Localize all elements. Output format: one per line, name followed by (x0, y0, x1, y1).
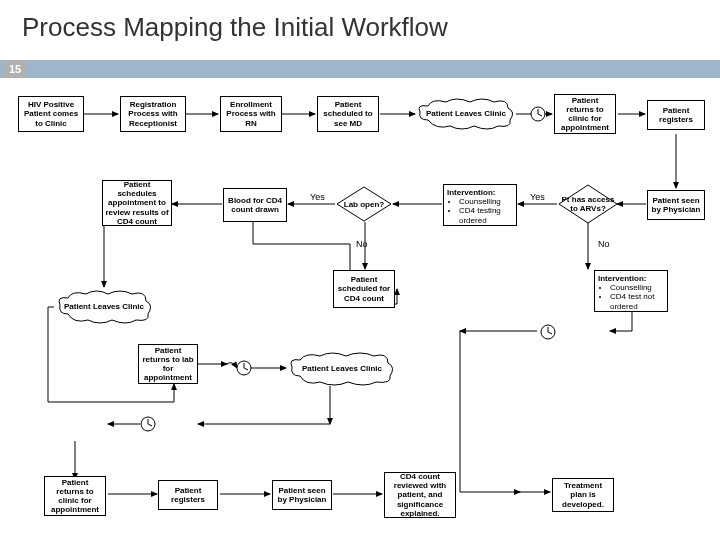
node-return-appointment-1: Patient returns to clinic for appointmen… (554, 94, 616, 134)
text: CD4 test not ordered (610, 292, 664, 310)
slide-title: Process Mapping the Initial Workflow (0, 0, 720, 43)
wait-icon (236, 360, 252, 376)
node-treatment-plan: Treatment plan is developed. (552, 478, 614, 512)
text: Pt has access to ARVs? (558, 195, 618, 213)
node-return-lab: Patient returns to lab for appointment (138, 344, 198, 384)
text: Patient returns to clinic for appointmen… (557, 96, 613, 133)
text: Intervention: (447, 188, 495, 197)
text: Counselling (610, 283, 664, 292)
node-registers-1: Patient registers (647, 100, 705, 130)
node-registration: Registration Process with Receptionist (120, 96, 186, 132)
text: Patient registers (650, 106, 702, 124)
text: Patient seen by Physician (650, 196, 702, 214)
text: Patient returns to lab for appointment (141, 346, 195, 383)
diagram-canvas: HIV Positive Patient comes to Clinic Reg… (0, 84, 720, 540)
text: Blood for CD4 count drawn (226, 196, 284, 214)
label-no-2: No (598, 239, 610, 249)
text: Enrollment Process with RN (223, 100, 279, 128)
text: Patient returns to clinic for appointmen… (47, 478, 103, 515)
wait-icon (140, 416, 156, 432)
node-enrollment: Enrollment Process with RN (220, 96, 282, 132)
text: Lab open? (344, 200, 384, 209)
text: Patient Leaves Clinic (298, 365, 386, 374)
node-leaves-clinic-2: Patient Leaves Clinic (56, 290, 152, 324)
text: CD4 count reviewed with patient, and sig… (387, 472, 453, 518)
text: Patient Leaves Clinic (60, 303, 148, 312)
text: Patient scheduled to see MD (320, 100, 376, 128)
label-no-1: No (356, 239, 368, 249)
node-blood-cd4: Blood for CD4 count drawn (223, 188, 287, 222)
text: CD4 testing ordered (459, 206, 513, 224)
text: Intervention: (598, 274, 646, 283)
node-seen-physician-1: Patient seen by Physician (647, 190, 705, 220)
text: Patient scheduled for CD4 count (336, 275, 392, 303)
node-intervention-1: Intervention:CounsellingCD4 testing orde… (443, 184, 517, 226)
accent-bar (0, 60, 720, 78)
node-hiv-positive: HIV Positive Patient comes to Clinic (18, 96, 84, 132)
node-seen-physician-2: Patient seen by Physician (272, 480, 332, 510)
wait-icon (530, 106, 546, 122)
wait-icon (540, 324, 556, 340)
node-intervention-2: Intervention:CounsellingCD4 test not ord… (594, 270, 668, 312)
text: Patient registers (161, 486, 215, 504)
node-leaves-clinic-3: Patient Leaves Clinic (288, 352, 396, 386)
text: Patient seen by Physician (275, 486, 329, 504)
node-lab-decision: Lab open? (336, 186, 392, 222)
node-scheduled-md: Patient scheduled to see MD (317, 96, 379, 132)
text: Treatment plan is developed. (555, 481, 611, 509)
page-number: 15 (4, 60, 26, 78)
node-leaves-clinic-1: Patient Leaves Clinic (416, 98, 516, 130)
text: Counselling (459, 197, 513, 206)
text: Registration Process with Receptionist (123, 100, 183, 128)
label-yes-2: Yes (310, 192, 325, 202)
node-arv-decision: Pt has access to ARVs? (558, 184, 618, 224)
text: HIV Positive Patient comes to Clinic (21, 100, 81, 128)
text: Patient schedules appointment to review … (105, 180, 169, 226)
node-schedule-review: Patient schedules appointment to review … (102, 180, 172, 226)
node-registers-2: Patient registers (158, 480, 218, 510)
node-scheduled-cd4: Patient scheduled for CD4 count (333, 270, 395, 308)
text: Patient Leaves Clinic (422, 110, 510, 119)
node-cd4-reviewed: CD4 count reviewed with patient, and sig… (384, 472, 456, 518)
node-return-appointment-2: Patient returns to clinic for appointmen… (44, 476, 106, 516)
label-yes-1: Yes (530, 192, 545, 202)
